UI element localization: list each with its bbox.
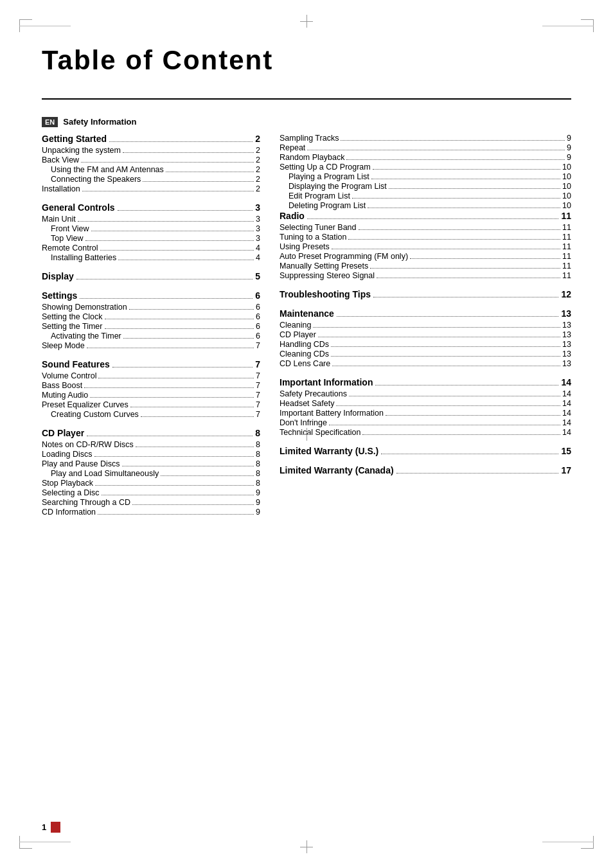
sub-item-title: Handling CDs xyxy=(280,340,329,349)
sub-item-title: CD Information xyxy=(42,508,96,517)
section-maintenance: Maintenance13Cleaning13CD Player13Handli… xyxy=(280,308,571,368)
sub-item: Using Presets11 xyxy=(280,242,571,251)
sub-item: Preset Equalizer Curves7 xyxy=(42,400,260,409)
sub-item-dots xyxy=(370,268,560,269)
sub-items-cd-player: Notes on CD-R/RW Discs8Loading Discs8Pla… xyxy=(42,440,260,517)
sub-item-dots xyxy=(91,231,254,231)
section-important-info: Important Information14Safety Precaution… xyxy=(280,377,571,437)
sub-item-dots xyxy=(100,250,254,251)
sub-item-dots xyxy=(105,328,254,329)
sub-item-page: 14 xyxy=(562,399,571,408)
sub-item-title: Bass Boost xyxy=(42,381,82,390)
sub-item-page: 8 xyxy=(256,450,260,459)
sub-item-title: Installing Batteries xyxy=(51,253,116,262)
sub-item: Random Playback 9 xyxy=(280,153,571,162)
sub-item-dots xyxy=(307,150,565,150)
sub-item-title: Playing a Program List xyxy=(289,172,369,181)
sub-item: Setting Up a CD Program 10 xyxy=(280,163,571,172)
sub-item-page: 11 xyxy=(562,261,571,270)
main-content: Table of Content EN Safety Information G… xyxy=(0,0,613,571)
sub-item: Stop Playback8 xyxy=(42,479,260,488)
section-header-warranty-ca: Limited Warranty (Canada)17 xyxy=(280,465,571,475)
sub-item-dots xyxy=(87,348,254,348)
sub-item-dots xyxy=(105,319,254,319)
sub-item: Using the FM and AM Antennas2 xyxy=(42,165,260,174)
hline-bottom-left xyxy=(19,842,71,842)
sub-item-page: 9 xyxy=(256,498,260,507)
sub-item: Back View2 xyxy=(42,155,260,164)
sub-item: Auto Preset Programming (FM only)11 xyxy=(280,252,571,261)
sub-item-dots xyxy=(78,221,254,222)
sub-item: Play and Load Simultaneously8 xyxy=(42,469,260,478)
section-page-radio: 11 xyxy=(561,211,571,221)
sub-item: Remote Control4 xyxy=(42,244,260,252)
sub-item-page: 13 xyxy=(562,350,571,359)
section-title-important-info: Important Information xyxy=(280,377,373,387)
sub-item-dots xyxy=(389,188,560,189)
sub-item-dots xyxy=(410,258,560,259)
sub-item-title: Tuning to a Station xyxy=(280,233,346,242)
sub-item: Headset Safety14 xyxy=(280,399,571,408)
section-dots-display xyxy=(76,279,253,279)
sub-item-dots xyxy=(98,514,254,515)
sub-item-dots xyxy=(122,466,254,466)
right-column: Sampling Tracks 9 Repeat 9 Random Playba… xyxy=(280,134,571,526)
sub-item-title: Stop Playback xyxy=(42,479,93,488)
sub-item: Tuning to a Station11 xyxy=(280,233,571,242)
sub-item-title: Connecting the Speakers xyxy=(51,175,141,184)
corner-mark-br xyxy=(581,836,594,849)
sub-item: Volume Control7 xyxy=(42,371,260,380)
section-dots-radio xyxy=(307,218,559,219)
sub-item-title: Muting Audio xyxy=(42,391,88,400)
sub-item-dots xyxy=(161,475,254,476)
sub-item-page: 7 xyxy=(256,371,260,380)
sub-item: Sampling Tracks 9 xyxy=(280,134,571,143)
section-dots-warranty-us xyxy=(381,454,558,454)
sub-item: Cleaning13 xyxy=(280,321,571,330)
sub-item-dots xyxy=(132,504,254,505)
sub-item-title: Cleaning xyxy=(280,321,311,330)
sub-item-page: 14 xyxy=(562,389,571,398)
section-header-important-info: Important Information14 xyxy=(280,377,571,387)
sub-item-title: Important Battery Information xyxy=(280,409,384,418)
sub-item-dots xyxy=(313,327,560,328)
section-header-settings: Settings6 xyxy=(42,290,260,301)
section-page-troubleshooting: 12 xyxy=(561,289,571,299)
sub-item: Technical Specification14 xyxy=(280,428,571,437)
sub-item-title: Deleting Program List xyxy=(289,201,366,210)
sub-item-page: 13 xyxy=(562,321,571,330)
sub-item: Safety Precautions14 xyxy=(280,389,571,398)
sub-item: CD Player13 xyxy=(280,330,571,339)
sub-item-page: 6 xyxy=(256,332,260,341)
toc-columns: Getting Started2Unpacking the system2Bac… xyxy=(42,134,571,526)
sub-item-dots xyxy=(341,140,565,141)
sub-item-dots xyxy=(130,407,254,407)
sub-item-dots xyxy=(143,181,254,182)
section-header-sound-features: Sound Features7 xyxy=(42,359,260,369)
section-dots-general-controls xyxy=(118,210,253,211)
sub-item-dots xyxy=(98,378,254,378)
sub-item-title: Front View xyxy=(51,224,89,233)
sub-item-dots xyxy=(373,169,560,170)
sub-item-dots xyxy=(371,179,560,179)
section-troubleshooting: Troubleshooting Tips12 xyxy=(280,289,571,299)
sub-item-title: Repeat xyxy=(280,143,305,152)
section-page-general-controls: 3 xyxy=(255,202,260,213)
sub-item-page: 7 xyxy=(256,400,260,409)
section-dots-sound-features xyxy=(112,367,253,368)
sub-items-important-info: Safety Precautions14Headset Safety14Impo… xyxy=(280,389,571,437)
section-sound-features: Sound Features7Volume Control7Bass Boost… xyxy=(42,359,260,419)
sub-item-page: 2 xyxy=(256,146,260,155)
sub-item: CD Information9 xyxy=(42,508,260,517)
section-title-cd-player: CD Player xyxy=(42,428,84,438)
sub-item: Searching Through a CD9 xyxy=(42,498,260,507)
section-header-warranty-us: Limited Warranty (U.S.)15 xyxy=(280,446,571,456)
sub-item: Front View3 xyxy=(42,224,260,233)
sub-item-dots xyxy=(141,416,254,417)
sub-item-page: 13 xyxy=(562,359,571,368)
sub-item-title: Don't Infringe xyxy=(280,418,327,427)
hline-top-left xyxy=(19,26,71,26)
sub-item-page: 6 xyxy=(256,322,260,331)
sub-item-dots xyxy=(82,191,254,191)
sub-item-dots xyxy=(359,229,561,230)
